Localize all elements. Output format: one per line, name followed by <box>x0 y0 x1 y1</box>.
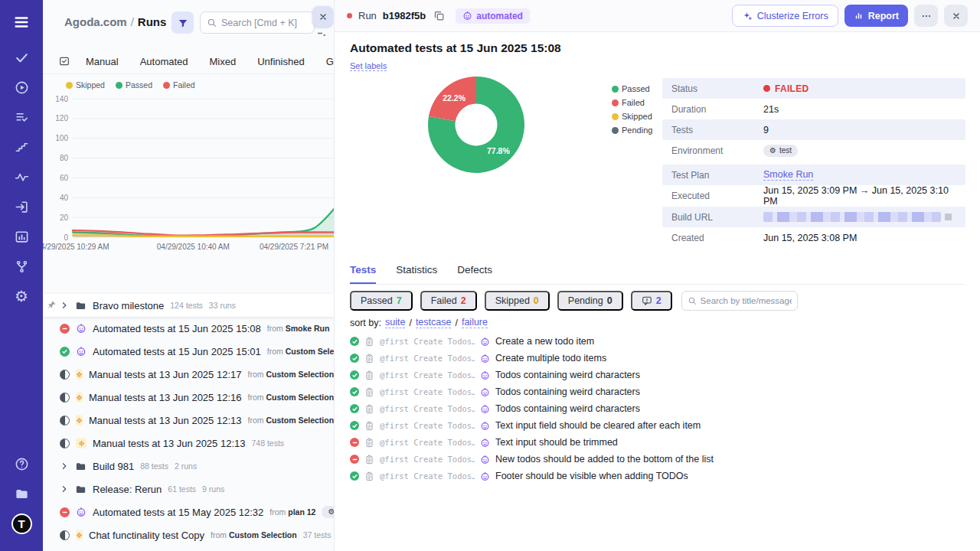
svg-text:120: 120 <box>55 114 68 122</box>
sidebar-item-steps[interactable] <box>10 135 33 158</box>
manual-run-icon <box>76 438 87 448</box>
test-row[interactable]: @first Create Todos…Text input field sho… <box>350 417 972 434</box>
sidebar-item-logo[interactable]: T <box>10 512 33 535</box>
tab-defects[interactable]: Defects <box>457 264 492 284</box>
filter-skipped[interactable]: Skipped0 <box>485 291 550 311</box>
run-row[interactable]: Manual tests at 13 Jun 2025 12:13from Cu… <box>43 409 334 432</box>
legend-dot <box>116 82 122 89</box>
breadcrumb-project[interactable]: Agoda.com <box>64 15 127 28</box>
test-row[interactable]: @first Create Todos…Todos containing wei… <box>350 400 972 417</box>
tab-mixed[interactable]: Mixed <box>199 56 247 67</box>
run-row[interactable]: Chat functinality test Copyfrom Custom S… <box>43 523 334 546</box>
folder-row[interactable]: Bravo milestone124 tests33 runs <box>43 294 334 317</box>
sidebar-item-projects[interactable] <box>10 482 33 505</box>
environment-badge: ⚙ test <box>763 145 798 157</box>
legend-dot <box>612 99 619 106</box>
sort-separator: / <box>455 318 457 328</box>
sort-option-testcase[interactable]: testcase <box>416 317 452 328</box>
info-label: Environment <box>662 145 763 156</box>
legend-label: Pending <box>622 126 652 135</box>
steps-icon <box>15 140 29 155</box>
run-meta: 124 tests <box>170 301 203 310</box>
clipboard-icon <box>364 455 374 465</box>
test-title: Todos containing weird characters <box>495 403 640 414</box>
status-passed-icon <box>350 387 359 396</box>
filter-count: 2 <box>656 295 662 306</box>
filter-count: 0 <box>607 295 612 306</box>
info-label: Executed <box>662 191 763 201</box>
more-button[interactable] <box>914 5 938 27</box>
sidebar-item-branches[interactable] <box>10 255 33 278</box>
run-status-dot <box>347 13 352 18</box>
robot-icon <box>480 404 490 414</box>
sidebar-item-help[interactable] <box>10 452 33 475</box>
filter-pending[interactable]: Pending0 <box>557 291 623 311</box>
test-plan-link[interactable]: Smoke Run <box>763 169 813 181</box>
tab-automated[interactable]: Automated <box>129 56 199 67</box>
run-row[interactable]: Manual tests at 13 Jun 2025 12:17from Cu… <box>43 363 334 386</box>
run-row[interactable]: Manual tests at 13 Jun 2025 12:16from Cu… <box>43 386 334 409</box>
test-row[interactable]: @first Create Todos…Create multiple todo… <box>350 350 972 367</box>
runs-icon <box>15 80 29 95</box>
panel-close-button[interactable] <box>312 6 333 27</box>
run-row[interactable]: Automated tests at 15 Jun 2025 15:08from… <box>43 317 334 340</box>
tab-statistics[interactable]: Statistics <box>396 264 437 284</box>
filter-button[interactable] <box>172 11 194 34</box>
svg-text:04/29/2025 10:29 AM: 04/29/2025 10:29 AM <box>43 243 109 251</box>
robot-icon <box>480 438 490 448</box>
info-value: 9 <box>763 125 965 135</box>
sidebar-item-analytics[interactable] <box>10 225 33 248</box>
tab-tests[interactable]: Tests <box>350 264 376 284</box>
set-labels-link[interactable]: Set labels <box>350 61 387 71</box>
legend-dot <box>66 82 73 89</box>
test-row[interactable]: @first Create Todos…Todos containing wei… <box>350 383 972 400</box>
tab-unfinished[interactable]: Unfinished <box>247 56 315 67</box>
copy-icon[interactable] <box>433 10 445 21</box>
status-failed-icon <box>60 324 70 334</box>
test-row[interactable]: @first Create Todos…Footer should be vis… <box>350 468 972 484</box>
clusterize-errors-label: Clusterize Errors <box>757 11 828 21</box>
run-row[interactable]: Manual tests at 13 Jun 2025 12:13748 tes… <box>43 432 334 455</box>
test-row[interactable]: @first Create Todos…Text input should be… <box>350 434 972 451</box>
sidebar-item-pulse[interactable] <box>10 165 33 188</box>
sidebar-item-import[interactable] <box>10 195 33 218</box>
clusterize-errors-button[interactable]: Clusterize Errors <box>732 5 838 27</box>
runs-search-input[interactable] <box>221 18 308 28</box>
test-suite: @first Create Todos… <box>380 404 475 413</box>
report-button[interactable]: Report <box>844 5 908 27</box>
tests-search-input[interactable] <box>701 296 792 305</box>
sidebar-item-runs[interactable] <box>10 76 33 99</box>
folder-row[interactable]: Build 98188 tests2 runs <box>43 455 334 478</box>
filter-label: Skipped <box>495 295 530 306</box>
run-source: from Smoke Run <box>267 324 330 333</box>
sidebar-item-settings[interactable]: ⚙ <box>10 285 33 308</box>
run-source: from Custom Selection <box>247 416 334 425</box>
run-row[interactable]: Automated tests at 15 May 2025 12:32from… <box>43 500 334 523</box>
filter-icon <box>178 18 188 28</box>
tab-groups[interactable]: Groups <box>315 56 335 67</box>
test-row[interactable]: @first Create Todos…Todos containing wei… <box>350 367 972 383</box>
test-title: New todos should be added to the bottom … <box>495 454 714 465</box>
test-row[interactable]: @first Create Todos…Create a new todo it… <box>350 333 972 350</box>
sort-option-failure[interactable]: failure <box>462 317 488 328</box>
svg-text:04/29/2025 7:21 PM: 04/29/2025 7:21 PM <box>260 243 328 251</box>
tests-icon <box>15 51 29 65</box>
sidebar-item-tests[interactable] <box>10 46 33 69</box>
sort-option-suite[interactable]: suite <box>385 317 405 328</box>
test-title: Create multiple todo items <box>495 353 606 364</box>
svg-text:80: 80 <box>60 154 69 162</box>
run-row[interactable]: Automated tests at 15 Jun 2025 15:01from… <box>43 340 334 363</box>
sidebar-item-test-plans[interactable] <box>10 106 33 129</box>
filter-comments[interactable]: 2 <box>631 291 672 311</box>
test-row[interactable]: @first Create Todos…New todos should be … <box>350 451 972 468</box>
robot-icon <box>480 471 490 481</box>
folder-icon <box>75 461 87 472</box>
filter-passed[interactable]: Passed7 <box>350 291 413 311</box>
close-run-button[interactable] <box>944 5 968 27</box>
tab-manual[interactable]: Manual <box>75 56 129 67</box>
filter-failed[interactable]: Failed2 <box>420 291 477 311</box>
folder-row[interactable]: Release: Rerun61 tests9 runs <box>43 478 334 500</box>
sidebar-item-menu[interactable] <box>10 11 33 34</box>
robot-icon <box>76 507 87 517</box>
legend-label: Skipped <box>76 80 105 90</box>
